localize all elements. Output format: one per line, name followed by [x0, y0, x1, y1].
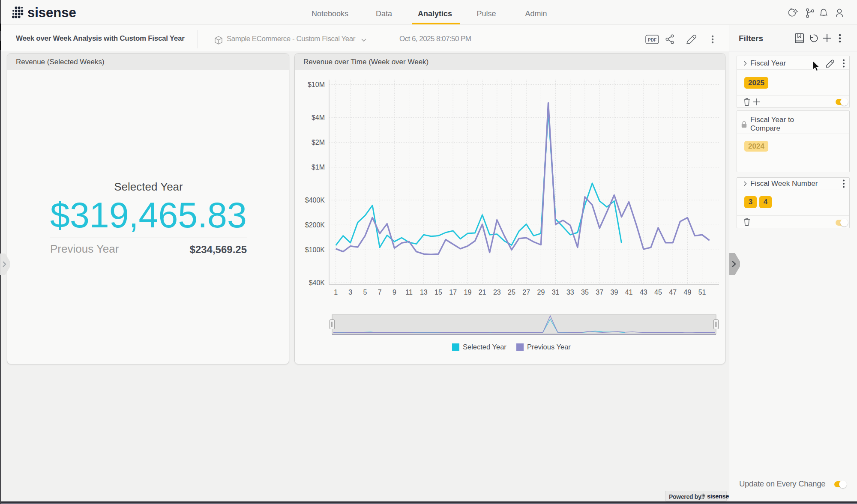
- svg-text:$4M: $4M: [312, 114, 325, 121]
- svg-text:37: 37: [596, 289, 603, 296]
- svg-text:9: 9: [393, 289, 396, 296]
- svg-text:49: 49: [684, 289, 692, 296]
- svg-text:33: 33: [566, 289, 574, 296]
- svg-text:11: 11: [405, 289, 413, 296]
- svg-text:5: 5: [363, 289, 367, 296]
- svg-text:15: 15: [434, 289, 442, 296]
- svg-text:31: 31: [552, 289, 560, 296]
- svg-text:39: 39: [611, 289, 618, 296]
- svg-text:25: 25: [508, 289, 515, 296]
- svg-text:$2M: $2M: [312, 139, 325, 146]
- svg-text:Selected Year: Selected Year: [463, 343, 506, 351]
- svg-text:21: 21: [479, 289, 486, 296]
- svg-text:PDF: PDF: [648, 38, 656, 42]
- svg-text:Previous Year: Previous Year: [527, 343, 571, 351]
- svg-text:29: 29: [537, 289, 545, 296]
- svg-text:1: 1: [334, 289, 338, 296]
- svg-text:$400K: $400K: [305, 197, 325, 204]
- svg-text:$40K: $40K: [309, 279, 325, 286]
- svg-text:17: 17: [449, 289, 457, 296]
- svg-text:43: 43: [640, 289, 647, 296]
- svg-text:3: 3: [348, 289, 352, 296]
- svg-text:$10M: $10M: [308, 81, 325, 88]
- svg-text:35: 35: [581, 289, 589, 296]
- svg-text:sisense: sisense: [27, 6, 76, 20]
- svg-text:$1M: $1M: [312, 164, 325, 171]
- svg-text:51: 51: [698, 289, 706, 296]
- svg-text:$100K: $100K: [305, 246, 325, 253]
- svg-text:$200K: $200K: [305, 221, 325, 229]
- svg-text:23: 23: [493, 289, 501, 296]
- svg-text:19: 19: [464, 289, 472, 296]
- svg-text:7: 7: [378, 289, 382, 296]
- svg-text:47: 47: [669, 289, 677, 296]
- svg-text:41: 41: [625, 289, 633, 296]
- svg-text:27: 27: [522, 289, 530, 296]
- svg-text:13: 13: [420, 289, 428, 296]
- svg-text:45: 45: [654, 289, 662, 296]
